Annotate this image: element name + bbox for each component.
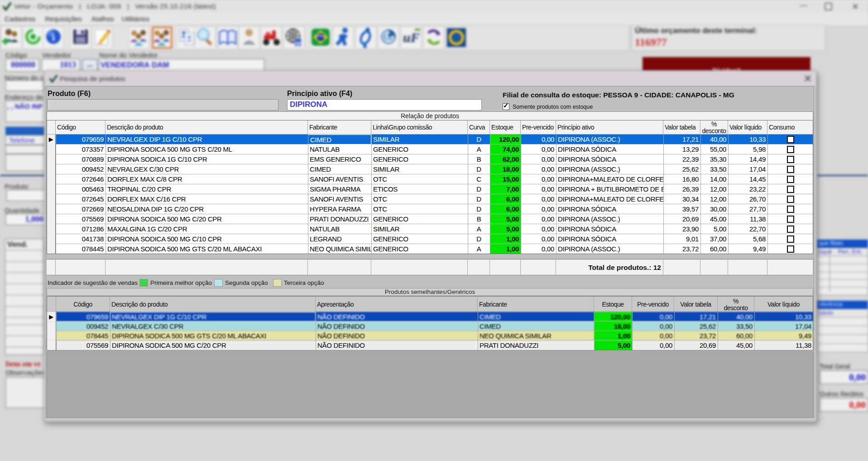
- svg-text:i: i: [52, 32, 55, 43]
- svg-text:uF: uF: [403, 30, 420, 45]
